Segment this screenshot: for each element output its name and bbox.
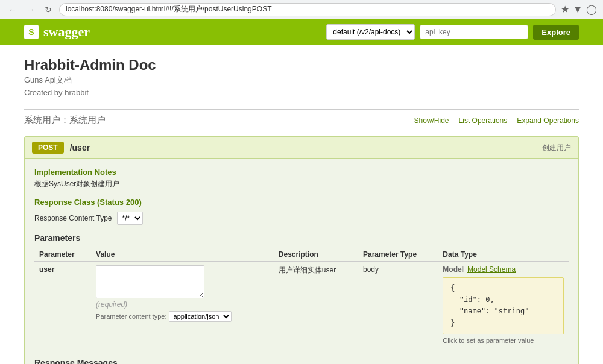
star-icon[interactable]: ★	[561, 4, 569, 15]
post-endpoint-body: Implementation Notes 根据SysUser对象创建用户 Res…	[25, 158, 578, 364]
param-name: user	[39, 265, 54, 274]
model-section: Model Model Schema	[443, 265, 564, 274]
impl-notes-title: Implementation Notes	[34, 168, 569, 177]
param-col-data-type: Data Type	[438, 248, 569, 262]
api-key-input[interactable]	[420, 25, 528, 39]
param-required: (required)	[96, 300, 269, 309]
api-docs-select[interactable]: default (/v2/api-docs)	[326, 24, 415, 40]
param-content-type-label: Parameter content type:	[96, 313, 166, 320]
post-endpoint-description: 创建用户	[542, 143, 571, 153]
swagger-controls: default (/v2/api-docs) Explore	[271, 24, 579, 40]
model-label: Model	[443, 265, 464, 274]
browser-icons: ★ ▼ ◯	[561, 4, 597, 15]
param-col-param-type: Parameter Type	[358, 248, 438, 262]
param-col-value: Value	[91, 248, 274, 262]
model-schema-link[interactable]: Model Schema	[467, 265, 516, 274]
expand-operations-link[interactable]: Expand Operations	[517, 116, 579, 125]
param-content-type-row: Parameter content type: application/json	[96, 311, 269, 322]
account-icon[interactable]: ◯	[586, 4, 597, 15]
content-type-label: Response Content Type	[34, 214, 112, 222]
post-endpoint-path: /user	[70, 143, 90, 152]
refresh-button[interactable]: ↻	[42, 4, 54, 16]
post-endpoint-block: POST /user 创建用户 Implementation Notes 根据S…	[24, 136, 579, 364]
list-operations-link[interactable]: List Operations	[459, 116, 508, 125]
page-author: Created by hrabbit	[24, 88, 579, 97]
impl-notes-text: 根据SysUser对象创建用户	[34, 179, 569, 189]
section-title: 系统用户：系统用户	[24, 115, 106, 126]
response-class-title: Response Class (Status 200)	[34, 198, 569, 207]
swagger-header: S swagger default (/v2/api-docs) Explore	[0, 19, 603, 45]
main-content: Hrabbit-Admin Doc Guns Api文档 Created by …	[12, 45, 591, 364]
section-header: 系统用户：系统用户 Show/Hide List Operations Expa…	[24, 109, 579, 131]
browser-chrome: ← → ↻ localhost:8080/swagger-ui.html#!/系…	[0, 0, 603, 19]
model-schema-box[interactable]: { "id": 0, "name": "string" }	[443, 277, 564, 334]
swagger-logo-icon: S	[24, 25, 39, 39]
param-content-type-select[interactable]: application/json	[169, 311, 232, 322]
forward-button[interactable]: →	[24, 4, 37, 16]
param-value-textarea[interactable]	[96, 265, 204, 298]
swagger-logo: S swagger	[24, 24, 90, 40]
params-table: Parameter Value Description Parameter Ty…	[34, 248, 569, 348]
explore-button[interactable]: Explore	[533, 25, 579, 40]
extension-icon[interactable]: ▼	[573, 4, 582, 15]
show-hide-link[interactable]: Show/Hide	[414, 116, 449, 125]
content-type-row: Response Content Type */*	[34, 212, 569, 225]
param-col-parameter: Parameter	[34, 248, 91, 262]
param-row: user (required) Parameter content type: …	[34, 262, 569, 348]
params-title: Parameters	[34, 233, 569, 243]
response-content-type-select[interactable]: */*	[117, 212, 143, 225]
post-endpoint-header[interactable]: POST /user 创建用户	[25, 137, 578, 158]
section-controls: Show/Hide List Operations Expand Operati…	[414, 116, 579, 125]
page-title: Hrabbit-Admin Doc	[24, 57, 579, 74]
param-type: body	[363, 265, 379, 274]
param-description: 用户详细实体user	[279, 266, 336, 274]
url-bar[interactable]: localhost:8080/swagger-ui.html#!/系统用户/po…	[59, 3, 556, 16]
swagger-logo-text: swagger	[43, 24, 90, 40]
back-button[interactable]: ←	[6, 4, 19, 16]
param-col-description: Description	[274, 248, 358, 262]
model-click-text: Click to set as parameter value	[443, 337, 564, 344]
post-method-badge: POST	[32, 142, 64, 154]
page-subtitle: Guns Api文档	[24, 75, 579, 86]
response-messages-title: Response Messages	[34, 358, 569, 364]
url-text: localhost:8080/swagger-ui.html#!/系统用户/po…	[66, 4, 271, 14]
